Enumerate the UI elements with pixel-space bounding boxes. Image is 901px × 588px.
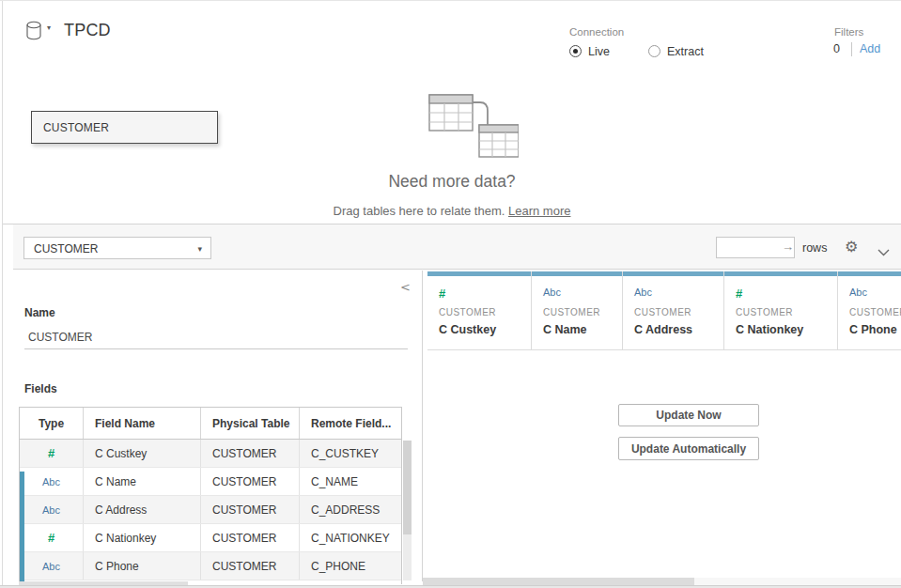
- tables-illustration-icon: [413, 89, 519, 166]
- update-automatically-button[interactable]: Update Automatically: [618, 437, 759, 460]
- number-type-icon: #: [439, 286, 445, 301]
- page-title: TPCD: [64, 21, 111, 40]
- empty-state-title: Need more data?: [3, 172, 901, 192]
- fields-table-body: # C Custkey CUSTOMER C_CUSTKEY Abc C Nam…: [20, 440, 401, 584]
- table-select-label: CUSTOMER: [34, 242, 98, 255]
- table-row[interactable]: Abc C Name CUSTOMER C_NAME: [20, 468, 401, 496]
- fields-vscrollbar-track-lower: [403, 534, 412, 580]
- column-table-label: CUSTOMER: [634, 307, 691, 317]
- field-name-cell: C Address: [84, 496, 201, 523]
- remote-field-cell: C_NATIONKEY: [300, 524, 401, 551]
- preview-grid: # CUSTOMER C Custkey Abc CUSTOMER C Name…: [423, 271, 901, 581]
- column-accent-bar: [838, 271, 901, 276]
- header-cell-field-name[interactable]: Field Name: [84, 408, 201, 439]
- gear-icon[interactable]: ⚙: [845, 238, 858, 255]
- row-select-bar: [20, 472, 24, 584]
- column-accent-bar: [532, 271, 622, 276]
- number-type-icon: #: [736, 286, 742, 301]
- add-filter-link[interactable]: Add: [860, 42, 880, 55]
- column-accent-bar: [623, 271, 723, 276]
- grid-column[interactable]: Abc CUSTOMER C Name: [532, 271, 623, 349]
- remote-field-cell: C_NAME: [300, 468, 401, 495]
- column-field-label: C Phone: [849, 323, 897, 336]
- string-type-icon: Abc: [543, 286, 561, 298]
- live-radio-option[interactable]: Live: [569, 42, 610, 57]
- column-table-label: CUSTOMER: [736, 307, 793, 317]
- field-name-cell: C Custkey: [84, 440, 201, 467]
- number-type-icon: #: [48, 446, 54, 460]
- header-cell-physical-table[interactable]: Physical Table: [201, 408, 300, 439]
- string-type-icon: Abc: [634, 286, 652, 298]
- remote-field-cell: C_CUSTKEY: [300, 440, 401, 467]
- empty-state-hint: Drag tables here to relate them. Learn m…: [3, 204, 901, 218]
- column-accent-bar: [724, 271, 837, 276]
- grid-column[interactable]: Abc CUSTOMER C Phone: [838, 271, 901, 349]
- grid-header-row: # CUSTOMER C Custkey Abc CUSTOMER C Name…: [427, 271, 901, 350]
- extract-radio[interactable]: [648, 45, 660, 57]
- table-row[interactable]: # C Nationkey CUSTOMER C_NATIONKEY: [20, 524, 401, 552]
- filters-divider: [851, 42, 852, 56]
- string-type-icon: Abc: [42, 504, 60, 516]
- physical-table-cell: CUSTOMER: [201, 440, 300, 467]
- select-caret-icon: ▾: [197, 244, 202, 254]
- live-radio-label: Live: [588, 45, 610, 58]
- grid-column[interactable]: Abc CUSTOMER C Address: [623, 271, 724, 349]
- field-name-cell: C Phone: [84, 552, 201, 580]
- physical-table-cell: CUSTOMER: [201, 468, 300, 495]
- header-cell-remote-field[interactable]: Remote Field...: [300, 408, 401, 439]
- update-now-button[interactable]: Update Now: [618, 404, 759, 426]
- filters-count: 0: [833, 42, 840, 55]
- string-type-icon: Abc: [849, 286, 867, 298]
- column-field-label: C Nationkey: [736, 323, 803, 336]
- column-accent-bar: [427, 271, 531, 276]
- column-table-label: CUSTOMER: [439, 307, 496, 317]
- grid-column[interactable]: # CUSTOMER C Custkey: [427, 271, 532, 349]
- empty-state-hint-text: Drag tables here to relate them.: [334, 204, 508, 218]
- header-canvas: ▾ TPCD Connection Live Extract Filters 0…: [3, 1, 901, 224]
- column-field-label: C Name: [543, 323, 587, 336]
- string-type-icon: Abc: [42, 561, 60, 572]
- remote-field-cell: C_PHONE: [300, 552, 401, 580]
- database-caret-icon: ▾: [47, 23, 51, 32]
- table-select[interactable]: CUSTOMER ▾: [23, 237, 211, 259]
- table-row[interactable]: Abc C Phone CUSTOMER C_PHONE: [20, 552, 401, 580]
- column-field-label: C Address: [634, 323, 692, 336]
- fields-table: Type Field Name Physical Table Remote Fi…: [19, 407, 402, 584]
- fields-label: Fields: [24, 382, 57, 395]
- physical-table-cell: CUSTOMER: [201, 496, 300, 523]
- number-type-icon: #: [48, 531, 54, 545]
- extract-radio-label: Extract: [667, 45, 704, 58]
- grid-column[interactable]: # CUSTOMER C Nationkey: [724, 271, 838, 349]
- table-row[interactable]: # C Custkey CUSTOMER C_CUSTKEY: [20, 440, 401, 468]
- remote-field-cell: C_ADDRESS: [300, 496, 401, 523]
- column-table-label: CUSTOMER: [543, 307, 600, 317]
- field-name-cell: C Name: [84, 468, 201, 495]
- logical-toolbar: CUSTOMER ▾ → rows ⚙: [13, 224, 901, 270]
- name-input[interactable]: [24, 325, 408, 349]
- fields-vscrollbar: [403, 408, 412, 580]
- fields-vscrollbar-thumb[interactable]: [403, 441, 412, 534]
- customer-table-chip-label: CUSTOMER: [32, 112, 217, 134]
- datasource-page: ▾ TPCD Connection Live Extract Filters 0…: [0, 0, 901, 588]
- column-table-label: CUSTOMER: [849, 307, 901, 317]
- connection-label: Connection: [569, 26, 624, 38]
- customer-table-chip[interactable]: CUSTOMER: [31, 111, 218, 144]
- chevron-down-icon[interactable]: [878, 243, 890, 260]
- name-label: Name: [24, 306, 55, 319]
- datasource-menu-button[interactable]: ▾: [25, 21, 57, 43]
- string-type-icon: Abc: [42, 476, 60, 487]
- learn-more-link[interactable]: Learn more: [508, 204, 570, 218]
- header-cell-type[interactable]: Type: [20, 408, 84, 439]
- extract-radio-option[interactable]: Extract: [648, 42, 704, 57]
- collapse-panel-button[interactable]: <: [400, 280, 411, 294]
- physical-table-cell: CUSTOMER: [201, 524, 300, 551]
- filters-label: Filters: [834, 26, 863, 38]
- physical-table-cell: CUSTOMER: [201, 552, 300, 580]
- table-row[interactable]: Abc C Address CUSTOMER C_ADDRESS: [20, 496, 401, 524]
- left-panel: < Name Fields Type Field Name Physical T…: [13, 271, 423, 581]
- rows-label: rows: [802, 241, 827, 255]
- database-icon: [25, 21, 43, 45]
- arrow-right-icon: →: [782, 240, 794, 254]
- live-radio[interactable]: [569, 45, 582, 57]
- field-name-cell: C Nationkey: [84, 524, 201, 551]
